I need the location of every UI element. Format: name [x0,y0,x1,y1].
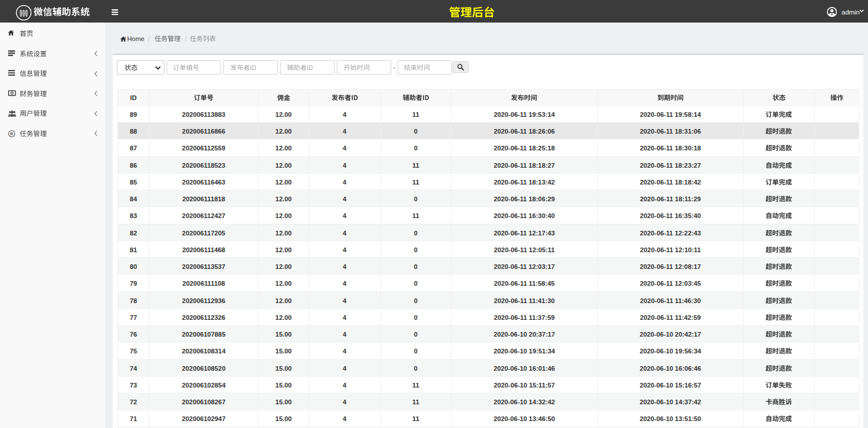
svg-text:R: R [10,131,14,136]
